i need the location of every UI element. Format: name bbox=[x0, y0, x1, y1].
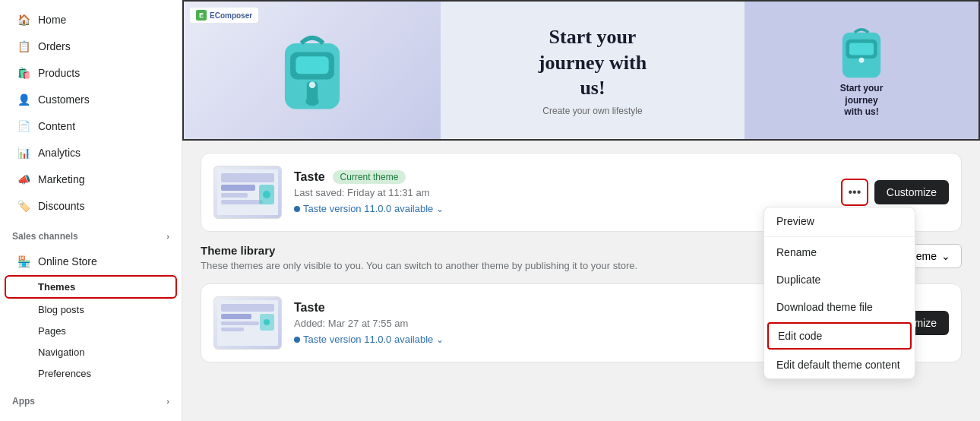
svg-rect-2 bbox=[296, 56, 328, 74]
version-link[interactable]: Taste version 11.0.0 available bbox=[303, 203, 433, 214]
sidebar-item-preferences[interactable]: Preferences bbox=[5, 363, 177, 384]
sidebar-item-orders[interactable]: 📋 Orders bbox=[5, 33, 177, 59]
theme-version-row: Taste version 11.0.0 available ⌄ bbox=[294, 203, 829, 214]
customize-button[interactable]: Customize bbox=[874, 180, 949, 204]
dropdown-menu: Preview Rename Duplicate Download theme … bbox=[763, 207, 915, 379]
dropdown-duplicate[interactable]: Duplicate bbox=[764, 266, 915, 293]
cards-area: Taste Current theme Last saved: Friday a… bbox=[182, 141, 980, 375]
theme-title-row: Taste Current theme bbox=[294, 170, 829, 184]
theme-thumbnail-svg bbox=[217, 169, 278, 215]
sidebar-item-content[interactable]: 📄 Content bbox=[5, 113, 177, 139]
main-content: E EComposer Start yourjourney withus! bbox=[182, 0, 980, 421]
current-theme-info: Taste Current theme Last saved: Friday a… bbox=[294, 170, 829, 214]
sidebar: 🏠 Home 📋 Orders 🛍️ Products 👤 Customers … bbox=[0, 0, 182, 421]
sidebar-item-pages[interactable]: Pages bbox=[5, 321, 177, 341]
current-theme-thumbnail bbox=[213, 166, 282, 219]
svg-point-23 bbox=[264, 319, 270, 325]
sidebar-item-analytics[interactable]: 📊 Analytics bbox=[5, 140, 177, 166]
orders-icon: 📋 bbox=[17, 40, 30, 53]
dropdown-edit-code[interactable]: Edit code bbox=[767, 322, 912, 350]
svg-point-4 bbox=[305, 97, 318, 106]
ecomposer-badge: E EComposer bbox=[190, 8, 258, 23]
hero-right-panel: Start yourjourneywith us! bbox=[744, 0, 980, 141]
sidebar-item-online-store[interactable]: 🏪 Online Store bbox=[5, 248, 177, 274]
chevron-icon: › bbox=[166, 232, 169, 241]
sales-channels-section[interactable]: Sales channels › bbox=[0, 225, 182, 248]
sidebar-item-navigation[interactable]: Navigation bbox=[5, 342, 177, 362]
library-version-link[interactable]: Taste version 11.0.0 available bbox=[303, 334, 433, 345]
dropdown-rename[interactable]: Rename bbox=[764, 239, 915, 266]
add-theme-chevron-icon: ⌄ bbox=[941, 250, 950, 262]
library-header-text: Theme library These themes are only visi… bbox=[201, 244, 637, 271]
svg-rect-11 bbox=[221, 173, 274, 182]
library-thumbnail-svg bbox=[217, 300, 278, 346]
library-theme-thumbnail bbox=[213, 296, 282, 350]
library-version-chevron-icon: ⌄ bbox=[436, 334, 444, 345]
hero-middle-panel: Start yourjourney withus! Create your ow… bbox=[441, 0, 744, 141]
current-theme-badge: Current theme bbox=[333, 170, 406, 184]
sidebar-item-marketing[interactable]: 📣 Marketing bbox=[5, 166, 177, 192]
sidebar-item-products[interactable]: 🛍️ Products bbox=[5, 60, 177, 86]
backpack-small-illustration bbox=[835, 22, 888, 83]
svg-point-16 bbox=[263, 191, 270, 198]
sidebar-item-themes[interactable]: Themes bbox=[5, 275, 177, 299]
current-theme-name: Taste bbox=[294, 170, 325, 184]
svg-rect-12 bbox=[221, 185, 255, 191]
home-icon: 🏠 bbox=[17, 13, 30, 27]
marketing-icon: 📣 bbox=[17, 173, 30, 186]
svg-rect-14 bbox=[221, 200, 263, 204]
library-title: Theme library bbox=[201, 244, 637, 257]
svg-rect-13 bbox=[221, 193, 248, 198]
hero-tagline: Start yourjourney withus! bbox=[539, 24, 646, 101]
svg-rect-8 bbox=[849, 43, 874, 55]
hero-mini-text: Start yourjourneywith us! bbox=[834, 83, 890, 119]
svg-rect-19 bbox=[221, 314, 251, 319]
apps-section[interactable]: Apps › bbox=[0, 390, 182, 413]
svg-rect-18 bbox=[221, 304, 274, 312]
theme-saved-time: Last saved: Friday at 11:31 am bbox=[294, 187, 829, 198]
current-theme-card: Taste Current theme Last saved: Friday a… bbox=[201, 153, 962, 232]
products-icon: 🛍️ bbox=[17, 66, 30, 80]
hero-left-panel: E EComposer bbox=[182, 0, 441, 141]
library-subtitle: These themes are only visible to you. Yo… bbox=[201, 260, 637, 271]
sidebar-item-customers[interactable]: 👤 Customers bbox=[5, 87, 177, 112]
dropdown-download[interactable]: Download theme file bbox=[764, 293, 915, 321]
online-store-icon: 🏪 bbox=[17, 255, 30, 268]
content-icon: 📄 bbox=[17, 119, 30, 133]
sidebar-item-discounts[interactable]: 🏷️ Discounts bbox=[5, 193, 177, 219]
backpack-illustration bbox=[267, 21, 358, 120]
dropdown-preview[interactable]: Preview bbox=[764, 207, 915, 235]
sidebar-item-home[interactable]: 🏠 Home bbox=[5, 7, 177, 33]
svg-point-5 bbox=[309, 81, 316, 88]
customers-label: Customers bbox=[38, 93, 90, 106]
products-label: Products bbox=[38, 67, 80, 79]
apps-chevron-icon: › bbox=[166, 397, 169, 406]
customers-icon: 👤 bbox=[17, 93, 30, 106]
three-dots-button[interactable]: ••• bbox=[841, 179, 868, 206]
theme-actions: ••• Customize bbox=[841, 179, 949, 206]
svg-rect-20 bbox=[221, 321, 259, 325]
discounts-icon: 🏷️ bbox=[17, 199, 30, 213]
analytics-icon: 📊 bbox=[17, 146, 30, 160]
sidebar-item-blog-posts[interactable]: Blog posts bbox=[5, 299, 177, 320]
version-dot bbox=[294, 206, 300, 212]
dropdown-edit-default[interactable]: Edit default theme content bbox=[764, 351, 915, 378]
library-version-dot bbox=[294, 337, 300, 343]
library-theme-name: Taste bbox=[294, 301, 325, 315]
svg-point-9 bbox=[859, 58, 865, 63]
dropdown-divider-1 bbox=[764, 236, 915, 237]
hero-banner: E EComposer Start yourjourney withus! bbox=[182, 0, 980, 141]
analytics-label: Analytics bbox=[38, 147, 81, 159]
svg-rect-21 bbox=[221, 328, 244, 331]
ecomposer-logo-icon: E bbox=[196, 10, 207, 21]
hero-sub-tagline: Create your own lifestyle bbox=[542, 106, 642, 116]
version-chevron-icon: ⌄ bbox=[436, 204, 444, 214]
